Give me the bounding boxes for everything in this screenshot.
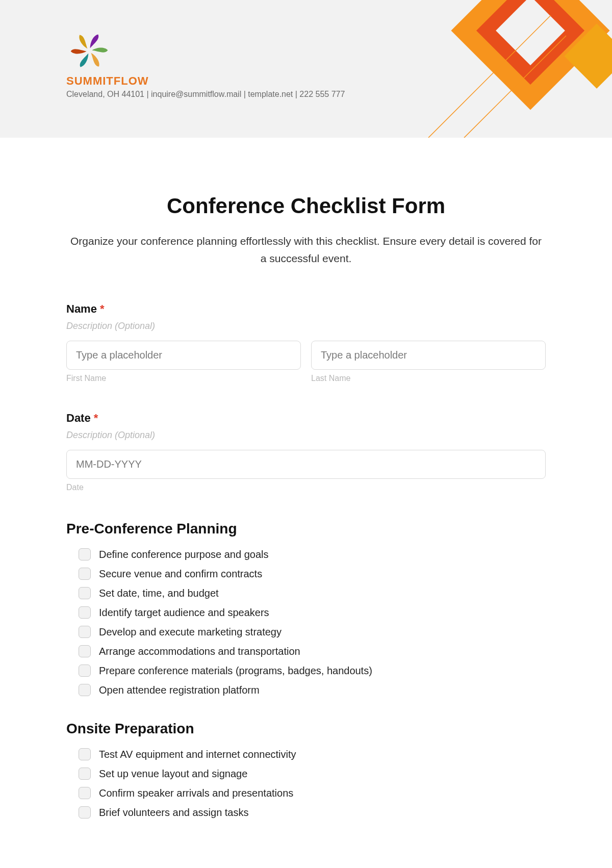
first-name-sublabel: First Name — [66, 374, 301, 383]
name-description: Description (Optional) — [66, 321, 546, 331]
brand-info: Cleveland, OH 44101 | inquire@summitflow… — [66, 90, 612, 99]
brand-name: SUMMITFLOW — [66, 74, 612, 88]
list-item: Brief volunteers and assign tasks — [79, 806, 546, 819]
header-banner: SUMMITFLOW Cleveland, OH 44101 | inquire… — [0, 0, 612, 138]
checkbox[interactable] — [79, 748, 91, 760]
checkbox[interactable] — [79, 626, 91, 638]
date-description: Description (Optional) — [66, 430, 546, 441]
checkbox[interactable] — [79, 787, 91, 799]
checkbox-label: Define conference purpose and goals — [99, 549, 268, 560]
date-label-text: Date — [66, 412, 91, 424]
checkbox-label: Identify target audience and speakers — [99, 607, 269, 619]
list-item: Define conference purpose and goals — [79, 548, 546, 560]
required-mark: * — [100, 302, 105, 315]
checkbox[interactable] — [79, 665, 91, 677]
list-item: Develop and execute marketing strategy — [79, 626, 546, 638]
list-item: Arrange accommodations and transportatio… — [79, 645, 546, 657]
checkbox-label: Brief volunteers and assign tasks — [99, 807, 249, 819]
checklist: Test AV equipment and internet connectiv… — [66, 748, 546, 819]
checkbox-label: Set date, time, and budget — [99, 588, 219, 599]
last-name-input[interactable] — [311, 341, 546, 370]
name-field-group: Name * Description (Optional) First Name… — [66, 302, 546, 383]
checkbox-label: Open attendee registration platform — [99, 684, 260, 696]
date-field-group: Date * Description (Optional) Date — [66, 412, 546, 492]
checkbox-label: Arrange accommodations and transportatio… — [99, 646, 300, 657]
checkbox[interactable] — [79, 768, 91, 780]
checkbox-label: Develop and execute marketing strategy — [99, 626, 282, 638]
checkbox-label: Test AV equipment and internet connectiv… — [99, 749, 296, 760]
checkbox[interactable] — [79, 606, 91, 619]
list-item: Test AV equipment and internet connectiv… — [79, 748, 546, 760]
date-input[interactable] — [66, 450, 546, 479]
list-item: Confirm speaker arrivals and presentatio… — [79, 787, 546, 799]
form-content: Conference Checklist Form Organize your … — [0, 138, 612, 868]
required-mark: * — [94, 412, 98, 424]
checkbox[interactable] — [79, 684, 91, 696]
checkbox[interactable] — [79, 587, 91, 599]
checkbox[interactable] — [79, 806, 91, 819]
section-title: Onsite Preparation — [66, 721, 546, 737]
checkbox[interactable] — [79, 548, 91, 560]
list-item: Secure venue and confirm contracts — [79, 568, 546, 580]
name-label-text: Name — [66, 302, 97, 315]
checkbox[interactable] — [79, 568, 91, 580]
checklist-section: Pre-Conference PlanningDefine conference… — [66, 521, 546, 696]
last-name-sublabel: Last Name — [311, 374, 546, 383]
checkbox[interactable] — [79, 645, 91, 657]
list-item: Identify target audience and speakers — [79, 606, 546, 619]
brand-logo-icon — [66, 25, 112, 71]
checkbox-label: Set up venue layout and signage — [99, 768, 247, 780]
page-intro: Organize your conference planning effort… — [66, 233, 546, 267]
list-item: Prepare conference materials (programs, … — [79, 665, 546, 677]
name-label: Name * — [66, 302, 546, 316]
list-item: Set date, time, and budget — [79, 587, 546, 599]
checklist: Define conference purpose and goalsSecur… — [66, 548, 546, 696]
date-label: Date * — [66, 412, 546, 425]
checklist-section: Onsite PreparationTest AV equipment and … — [66, 721, 546, 819]
list-item: Set up venue layout and signage — [79, 768, 546, 780]
date-sublabel: Date — [66, 483, 546, 492]
logo-block: SUMMITFLOW Cleveland, OH 44101 | inquire… — [66, 25, 612, 99]
checkbox-label: Secure venue and confirm contracts — [99, 568, 262, 580]
section-title: Pre-Conference Planning — [66, 521, 546, 537]
checkbox-label: Confirm speaker arrivals and presentatio… — [99, 787, 293, 799]
list-item: Open attendee registration platform — [79, 684, 546, 696]
page-title: Conference Checklist Form — [66, 194, 546, 218]
first-name-input[interactable] — [66, 341, 301, 370]
checkbox-label: Prepare conference materials (programs, … — [99, 665, 372, 677]
